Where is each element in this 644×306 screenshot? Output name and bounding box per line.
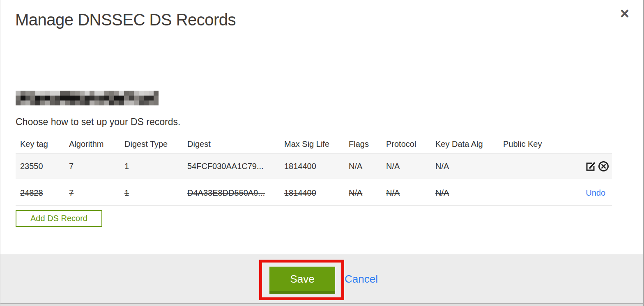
col-header-key-tag: Key tag <box>20 139 69 149</box>
cell-key-data-alg: N/A <box>435 188 503 198</box>
cell-flags: N/A <box>349 188 386 198</box>
cell-digest: D4A33E8DD550A9... <box>187 188 284 198</box>
col-header-protocol: Protocol <box>386 139 435 149</box>
cell-key-tag: 24828 <box>20 188 69 198</box>
table-row: 23550 7 1 54FCF030AA1C79... 1814400 N/A … <box>16 153 612 179</box>
row-actions: Undo <box>586 188 612 198</box>
manage-dnssec-dialog: Manage DNSSEC DS Records × Choose how to… <box>0 0 644 306</box>
circle-x-icon <box>598 160 610 172</box>
col-header-algorithm: Algorithm <box>69 139 124 149</box>
col-header-public-key: Public Key <box>503 139 557 149</box>
add-ds-record-button[interactable]: Add DS Record <box>16 210 102 227</box>
cell-algorithm: 7 <box>69 162 124 171</box>
cancel-link[interactable]: Cancel <box>345 267 378 291</box>
edit-record-icon[interactable] <box>584 160 597 172</box>
col-header-flags: Flags <box>349 139 386 149</box>
cell-key-tag: 23550 <box>20 162 69 171</box>
cell-digest-type: 1 <box>124 188 187 198</box>
delete-record-icon[interactable] <box>597 160 610 172</box>
ds-records-table: Key tag Algorithm Digest Type Digest Max… <box>16 135 612 206</box>
cell-algorithm: 7 <box>69 188 124 198</box>
redacted-domain-name <box>16 91 159 105</box>
cell-digest-type: 1 <box>124 162 187 171</box>
table-row-deleted: 24828 7 1 D4A33E8DD550A9... 1814400 N/A … <box>16 181 612 206</box>
cell-digest: 54FCF030AA1C79... <box>187 162 284 171</box>
col-header-key-data-alg: Key Data Alg <box>435 139 503 149</box>
cell-protocol: N/A <box>386 188 435 198</box>
instruction-text: Choose how to set up your DS records. <box>16 116 180 128</box>
cell-key-data-alg: N/A <box>435 162 503 171</box>
window-bottom-edge <box>0 303 643 306</box>
dialog-footer: Save Cancel <box>0 254 643 303</box>
undo-link[interactable]: Undo <box>586 188 605 198</box>
cell-max-sig-life: 1814400 <box>284 162 349 171</box>
page-title: Manage DNSSEC DS Records <box>15 11 236 29</box>
table-header-row: Key tag Algorithm Digest Type Digest Max… <box>16 135 612 153</box>
row-actions <box>584 160 612 172</box>
col-header-max-sig-life: Max Sig Life <box>284 139 349 149</box>
cell-flags: N/A <box>349 162 386 171</box>
edit-icon <box>585 160 596 172</box>
cell-protocol: N/A <box>386 162 435 171</box>
save-button[interactable]: Save <box>269 267 335 294</box>
col-header-digest-type: Digest Type <box>124 139 187 149</box>
col-header-digest: Digest <box>187 139 284 149</box>
cell-max-sig-life: 1814400 <box>284 188 349 198</box>
close-icon[interactable]: × <box>620 6 629 21</box>
